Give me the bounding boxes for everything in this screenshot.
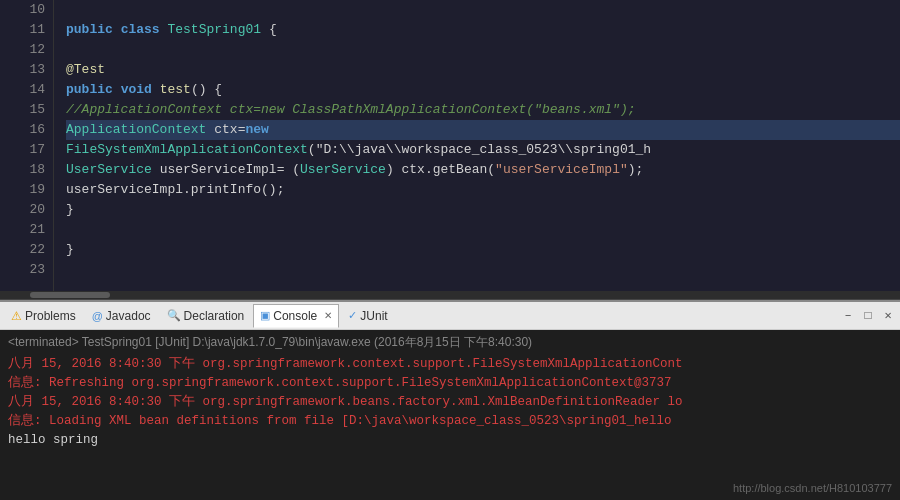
code-line: }: [66, 200, 900, 220]
horizontal-scrollbar[interactable]: [0, 291, 900, 299]
line-number: 20: [24, 200, 45, 220]
line-numbers: 1011121314151617181920212223: [16, 0, 54, 291]
code-editor: 1011121314151617181920212223 public clas…: [0, 0, 900, 300]
code-lines: public class TestSpring01 { @Test public…: [54, 0, 900, 291]
close-panel-button[interactable]: ✕: [880, 308, 896, 324]
line-number: 10: [24, 0, 45, 20]
code-line: [66, 40, 900, 60]
tab-label: Problems: [25, 309, 76, 323]
code-line: ApplicationContext ctx=new: [66, 120, 900, 140]
tab-label: Declaration: [184, 309, 245, 323]
code-line: public void test() {: [66, 80, 900, 100]
tab-declaration[interactable]: 🔍Declaration: [160, 304, 252, 328]
line-number: 18: [24, 160, 45, 180]
tab-label: Javadoc: [106, 309, 151, 323]
tab-javadoc[interactable]: @Javadoc: [85, 304, 158, 328]
line-number: 13: [24, 60, 45, 80]
line-number: 21: [24, 220, 45, 240]
left-gutter: [0, 0, 16, 291]
line-number: 19: [24, 180, 45, 200]
code-line: UserService userServiceImpl= (UserServic…: [66, 160, 900, 180]
console-line: hello spring: [8, 431, 892, 450]
line-number: 23: [24, 260, 45, 280]
minimize-button[interactable]: –: [840, 308, 856, 324]
tab-bar: ⚠Problems@Javadoc🔍Declaration▣Console✕✓J…: [0, 302, 900, 330]
code-line: [66, 220, 900, 240]
tab-bar-right: – □ ✕: [840, 308, 896, 324]
code-line: //ApplicationContext ctx=new ClassPathXm…: [66, 100, 900, 120]
console-panel: <terminated> TestSpring01 [JUnit] D:\jav…: [0, 330, 900, 500]
blog-link[interactable]: http://blog.csdn.net/H810103777: [733, 482, 892, 494]
tab-label: Console: [273, 309, 317, 323]
console-line: 八月 15, 2016 8:40:30 下午 org.springframewo…: [8, 393, 892, 412]
tab-label: JUnit: [360, 309, 387, 323]
tab-console[interactable]: ▣Console✕: [253, 304, 339, 328]
scrollbar-thumb[interactable]: [30, 292, 110, 298]
line-number: 16: [24, 120, 45, 140]
code-line: FileSystemXmlApplicationContext("D:\\jav…: [66, 140, 900, 160]
line-number: 12: [24, 40, 45, 60]
maximize-button[interactable]: □: [860, 308, 876, 324]
tab-junit[interactable]: ✓JUnit: [341, 304, 394, 328]
code-line: userServiceImpl.printInfo();: [66, 180, 900, 200]
line-number: 14: [24, 80, 45, 100]
bottom-panel: ⚠Problems@Javadoc🔍Declaration▣Console✕✓J…: [0, 300, 900, 500]
console-line: 信息: Refreshing org.springframework.conte…: [8, 374, 892, 393]
line-number: 15: [24, 100, 45, 120]
code-line: [66, 0, 900, 20]
code-line: [66, 260, 900, 280]
console-header: <terminated> TestSpring01 [JUnit] D:\jav…: [8, 334, 892, 351]
code-line: public class TestSpring01 {: [66, 20, 900, 40]
console-line: 信息: Loading XML bean definitions from fi…: [8, 412, 892, 431]
code-line: }: [66, 240, 900, 260]
code-line: @Test: [66, 60, 900, 80]
line-number: 17: [24, 140, 45, 160]
line-number: 22: [24, 240, 45, 260]
console-line: 八月 15, 2016 8:40:30 下午 org.springframewo…: [8, 355, 892, 374]
tab-problems[interactable]: ⚠Problems: [4, 304, 83, 328]
tab-close-button[interactable]: ✕: [324, 310, 332, 321]
line-number: 11: [24, 20, 45, 40]
